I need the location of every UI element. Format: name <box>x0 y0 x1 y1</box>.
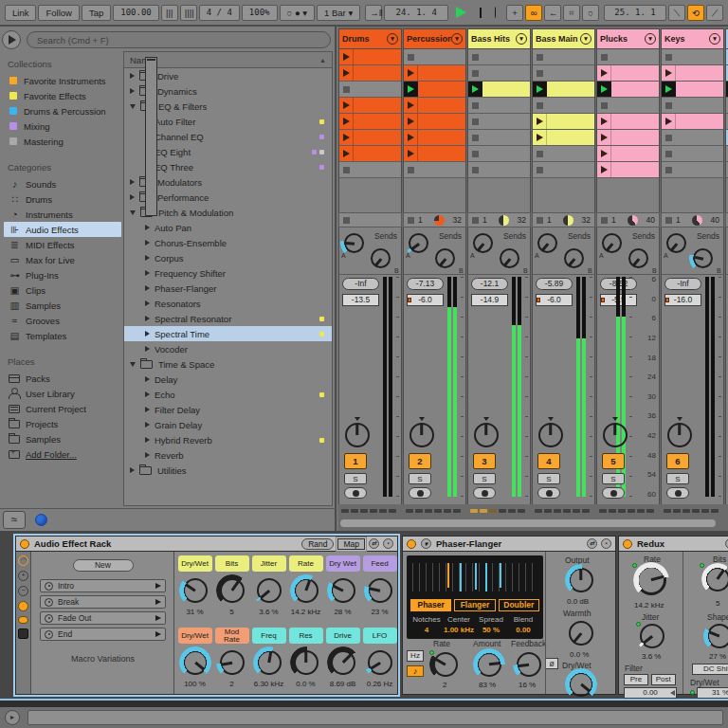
clip-slot[interactable] <box>404 130 465 146</box>
clip-slot[interactable] <box>533 49 594 65</box>
clip-launch-button[interactable] <box>662 162 676 177</box>
clip-launch-button[interactable] <box>597 98 611 113</box>
clip-slot[interactable] <box>339 146 401 162</box>
clip-slot[interactable] <box>533 114 594 130</box>
track-header[interactable]: Drums ▾ <box>338 28 402 49</box>
clip-slot[interactable] <box>597 98 659 114</box>
launch-variation-icon[interactable] <box>155 583 161 589</box>
clip-slot[interactable] <box>339 49 401 65</box>
clip-slot[interactable] <box>597 130 659 146</box>
macro-value[interactable]: 6.30 kHz <box>254 680 284 688</box>
warmth-knob[interactable] <box>569 621 593 646</box>
device-chain-overview[interactable] <box>467 506 531 516</box>
clip-slot[interactable] <box>662 82 723 98</box>
clip-slot[interactable] <box>662 65 723 82</box>
clip-launch-button[interactable] <box>404 162 418 177</box>
list-item[interactable]: Delay <box>124 372 332 387</box>
disclosure-arrow-icon[interactable] <box>145 255 150 261</box>
disclosure-arrow-icon[interactable] <box>130 194 135 200</box>
automation-arm-icon[interactable]: ∞ <box>525 5 542 21</box>
device-chain-overview[interactable] <box>532 506 595 516</box>
send-a-knob[interactable] <box>473 233 493 253</box>
list-item[interactable]: Chorus-Ensemble <box>124 235 332 250</box>
macro-value[interactable]: 100 % <box>184 680 206 688</box>
disclosure-arrow-icon[interactable] <box>130 104 136 109</box>
clip-slot[interactable] <box>404 49 465 65</box>
disclosure-arrow-icon[interactable] <box>145 316 150 321</box>
disclosure-arrow-icon[interactable] <box>145 452 150 458</box>
record-button[interactable] <box>495 7 496 18</box>
pan-knob[interactable] <box>603 423 628 447</box>
rate-knob[interactable] <box>433 652 458 677</box>
disclosure-arrow-icon[interactable] <box>145 240 150 246</box>
category-item[interactable]: ⊪ Audio Effects <box>4 222 121 237</box>
disclosure-arrow-icon[interactable] <box>145 270 150 276</box>
variation-item[interactable]: Break <box>40 595 166 609</box>
devices-toggle-icon[interactable] <box>18 628 28 639</box>
help-icon[interactable] <box>35 514 47 526</box>
clip-launch-button[interactable] <box>662 82 676 97</box>
macro-knob[interactable] <box>331 650 355 675</box>
macro-value[interactable]: 0.26 Hz <box>367 680 393 688</box>
send-b-knob[interactable] <box>628 248 648 268</box>
stop-square-icon[interactable] <box>601 217 608 224</box>
send-b-knob[interactable] <box>435 248 455 268</box>
disclosure-arrow-icon[interactable] <box>145 346 150 352</box>
list-item[interactable]: Time & Space <box>124 356 332 372</box>
category-item[interactable]: ◔ Instruments <box>4 207 121 222</box>
clip-slot[interactable] <box>404 146 465 162</box>
clip-slot[interactable] <box>468 49 530 65</box>
clip-launch-button[interactable] <box>468 114 482 129</box>
warmth-value[interactable]: 0.0 % <box>570 650 589 659</box>
macro-knob[interactable] <box>294 650 318 675</box>
macro-value[interactable]: 0.0 % <box>296 680 315 688</box>
capture-midi-icon[interactable]: ⌗ <box>563 5 580 21</box>
device-chain-overview[interactable] <box>596 506 660 516</box>
macro-knob[interactable] <box>331 578 355 603</box>
preview-play-button[interactable] <box>2 30 21 49</box>
clip-slot[interactable] <box>597 114 659 130</box>
clip-slot[interactable] <box>468 146 530 162</box>
param-value[interactable]: 50 % <box>475 626 507 634</box>
variation-item[interactable]: End <box>40 628 166 641</box>
disclosure-arrow-icon[interactable] <box>145 225 150 230</box>
launch-variation-icon[interactable] <box>155 631 161 637</box>
clip-launch-button[interactable] <box>662 49 676 64</box>
disclosure-arrow-icon[interactable] <box>130 210 136 215</box>
list-item[interactable]: Echo <box>124 387 332 402</box>
disclosure-arrow-icon[interactable] <box>145 407 150 412</box>
macro-knob[interactable] <box>183 650 208 675</box>
macros-toggle-icon[interactable] <box>18 601 28 611</box>
macro-value[interactable]: 23 % <box>371 608 388 616</box>
rate-value[interactable]: 14.2 kHz <box>634 601 664 610</box>
clip-slot[interactable] <box>468 82 530 98</box>
clip-launch-button[interactable] <box>468 65 482 81</box>
output-value[interactable]: 0.0 dB <box>567 597 589 606</box>
solo-button[interactable]: S <box>602 473 625 484</box>
track-activator-button[interactable]: 5 <box>602 453 625 469</box>
send-a-knob[interactable] <box>344 233 364 253</box>
solo-button[interactable]: S <box>666 473 689 484</box>
loop-start-field[interactable]: 25. 1. 1 <box>604 5 666 21</box>
volume-display[interactable]: -Inf <box>342 278 379 290</box>
volume-display[interactable]: -5.89 <box>536 278 573 290</box>
track-activator-button[interactable]: 3 <box>473 453 496 469</box>
clip-slot[interactable] <box>404 114 465 130</box>
clip-slot[interactable] <box>468 130 530 146</box>
disclosure-arrow-icon[interactable] <box>130 88 135 94</box>
collection-item[interactable]: Mastering <box>4 134 121 149</box>
list-item[interactable]: Spectral Resonator <box>124 311 332 326</box>
device-audio-effect-rack[interactable]: Audio Effect Rack Rand Map ⇄ ▪ ◠ + − New <box>15 536 398 695</box>
clip-slot[interactable] <box>404 162 465 178</box>
place-item[interactable]: Packs <box>4 371 121 386</box>
output-knob[interactable] <box>569 568 593 592</box>
hotswap-icon[interactable]: ⇄ <box>369 538 379 549</box>
chevron-down-icon[interactable]: ▾ <box>645 33 656 45</box>
clip-slot[interactable] <box>533 130 594 146</box>
clip-launch-button[interactable] <box>468 49 482 64</box>
solo-button[interactable]: S <box>537 473 560 484</box>
track-header[interactable]: Percussion ▾ <box>403 28 466 49</box>
volume-field[interactable]: -6.0 <box>407 294 444 306</box>
clip-launch-button[interactable] <box>404 130 418 145</box>
place-item[interactable]: Samples <box>4 431 121 446</box>
